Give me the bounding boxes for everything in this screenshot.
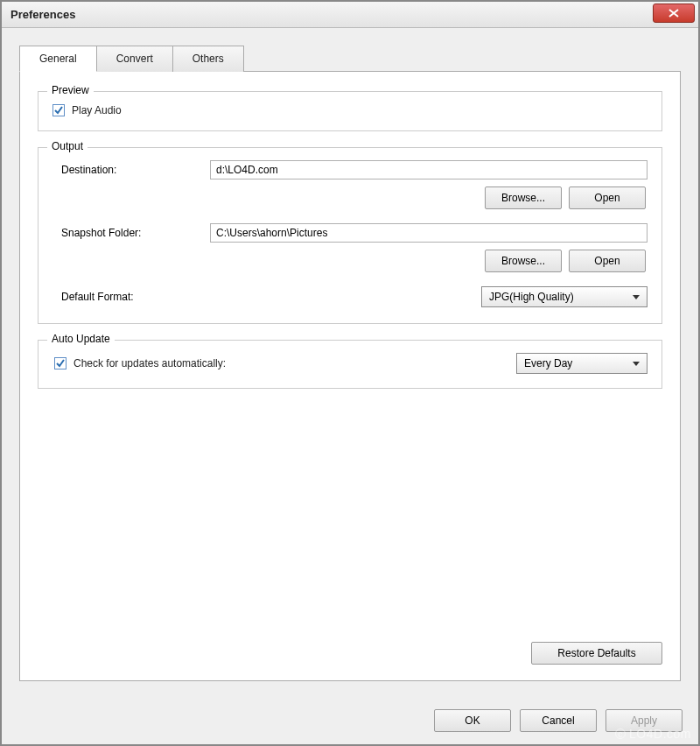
play-audio-label: Play Audio <box>72 104 122 116</box>
default-format-label: Default Format: <box>52 291 210 303</box>
output-legend: Output <box>47 140 88 152</box>
default-format-value: JPG(High Quality) <box>489 291 574 303</box>
cancel-button[interactable]: Cancel <box>520 709 597 732</box>
snapshot-browse-button[interactable]: Browse... <box>485 250 562 272</box>
snapshot-label: Snapshot Folder: <box>52 227 210 239</box>
check-updates-label: Check for updates automatically: <box>74 357 226 369</box>
dialog-footer: OK Cancel Apply <box>2 699 698 744</box>
apply-button[interactable]: Apply <box>606 709 682 732</box>
checkmark-icon <box>54 106 63 115</box>
destination-open-button[interactable]: Open <box>569 186 646 209</box>
tab-general[interactable]: General <box>19 46 97 72</box>
autoupdate-legend: Auto Update <box>47 333 115 345</box>
restore-defaults-button[interactable]: Restore Defaults <box>531 642 662 665</box>
destination-label: Destination: <box>52 164 210 176</box>
tab-convert[interactable]: Convert <box>96 46 173 72</box>
content-area: General Convert Others Preview Play Audi… <box>2 28 698 699</box>
titlebar: Preferences <box>2 2 698 28</box>
play-audio-checkbox[interactable] <box>52 104 65 116</box>
ok-button[interactable]: OK <box>434 709 511 732</box>
close-button[interactable] <box>653 4 695 23</box>
tab-panel-general: Preview Play Audio Output Destination: <box>19 71 681 681</box>
preview-group: Preview Play Audio <box>38 91 662 131</box>
close-icon <box>668 9 679 18</box>
tab-strip: General Convert Others <box>19 46 681 72</box>
snapshot-input[interactable] <box>210 223 648 243</box>
output-group: Output Destination: Browse... Open Snaps… <box>38 147 662 324</box>
snapshot-open-button[interactable]: Open <box>569 250 646 272</box>
autoupdate-group: Auto Update Check for updates automatica… <box>38 340 662 389</box>
checkmark-icon <box>56 359 65 368</box>
destination-input[interactable] <box>210 160 648 179</box>
update-interval-select[interactable]: Every Day <box>516 353 648 374</box>
destination-browse-button[interactable]: Browse... <box>485 186 562 209</box>
default-format-select[interactable]: JPG(High Quality) <box>481 286 648 307</box>
check-updates-checkbox[interactable] <box>54 357 66 369</box>
preferences-window: Preferences General Convert Others Previ… <box>1 1 699 745</box>
update-interval-value: Every Day <box>524 357 572 369</box>
tab-others[interactable]: Others <box>172 46 244 72</box>
window-title: Preferences <box>10 8 75 21</box>
preview-legend: Preview <box>47 84 94 96</box>
